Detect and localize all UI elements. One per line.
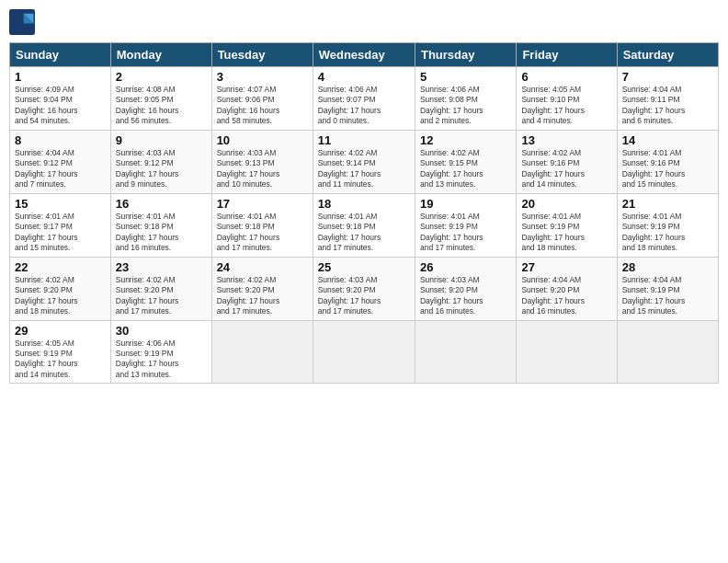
day-number: 29 — [15, 324, 106, 338]
calendar-cell: 24Sunrise: 4:02 AM Sunset: 9:20 PM Dayli… — [211, 257, 313, 320]
day-info: Sunrise: 4:01 AM Sunset: 9:16 PM Dayligh… — [622, 148, 713, 190]
calendar-week-2: 8Sunrise: 4:04 AM Sunset: 9:12 PM Daylig… — [10, 130, 719, 193]
calendar-cell — [517, 320, 617, 384]
logo — [9, 9, 37, 35]
day-info: Sunrise: 4:03 AM Sunset: 9:20 PM Dayligh… — [420, 275, 511, 317]
day-number: 26 — [420, 260, 511, 274]
logo-icon — [9, 9, 35, 35]
day-number: 16 — [116, 197, 207, 211]
day-info: Sunrise: 4:04 AM Sunset: 9:19 PM Dayligh… — [622, 275, 713, 317]
calendar-cell: 25Sunrise: 4:03 AM Sunset: 9:20 PM Dayli… — [313, 257, 415, 320]
day-info: Sunrise: 4:07 AM Sunset: 9:06 PM Dayligh… — [217, 85, 308, 127]
day-number: 24 — [217, 260, 308, 274]
day-info: Sunrise: 4:02 AM Sunset: 9:15 PM Dayligh… — [420, 148, 511, 190]
calendar-cell — [415, 320, 516, 384]
calendar-cell: 17Sunrise: 4:01 AM Sunset: 9:18 PM Dayli… — [211, 193, 313, 257]
day-header-wednesday: Wednesday — [313, 43, 415, 67]
day-info: Sunrise: 4:01 AM Sunset: 9:19 PM Dayligh… — [420, 212, 511, 254]
calendar-cell: 6Sunrise: 4:05 AM Sunset: 9:10 PM Daylig… — [517, 67, 617, 131]
day-header-thursday: Thursday — [415, 43, 516, 67]
day-info: Sunrise: 4:02 AM Sunset: 9:16 PM Dayligh… — [521, 148, 611, 190]
day-info: Sunrise: 4:06 AM Sunset: 9:19 PM Dayligh… — [116, 339, 207, 381]
day-info: Sunrise: 4:01 AM Sunset: 9:17 PM Dayligh… — [15, 212, 106, 254]
calendar-cell: 2Sunrise: 4:08 AM Sunset: 9:05 PM Daylig… — [110, 67, 211, 131]
calendar-week-5: 29Sunrise: 4:05 AM Sunset: 9:19 PM Dayli… — [10, 320, 719, 384]
calendar-cell — [211, 320, 313, 384]
day-info: Sunrise: 4:04 AM Sunset: 9:11 PM Dayligh… — [622, 85, 713, 127]
day-info: Sunrise: 4:06 AM Sunset: 9:07 PM Dayligh… — [318, 85, 410, 127]
day-info: Sunrise: 4:05 AM Sunset: 9:10 PM Dayligh… — [521, 85, 611, 127]
day-info: Sunrise: 4:01 AM Sunset: 9:18 PM Dayligh… — [116, 212, 207, 254]
calendar-cell: 28Sunrise: 4:04 AM Sunset: 9:19 PM Dayli… — [617, 257, 718, 320]
calendar-cell: 1Sunrise: 4:09 AM Sunset: 9:04 PM Daylig… — [10, 67, 111, 131]
day-number: 3 — [217, 70, 308, 84]
calendar-cell: 20Sunrise: 4:01 AM Sunset: 9:19 PM Dayli… — [517, 193, 617, 257]
day-header-friday: Friday — [517, 43, 617, 67]
day-info: Sunrise: 4:04 AM Sunset: 9:12 PM Dayligh… — [15, 148, 106, 190]
day-number: 14 — [622, 133, 713, 147]
day-number: 5 — [420, 70, 511, 84]
calendar-cell: 30Sunrise: 4:06 AM Sunset: 9:19 PM Dayli… — [110, 320, 211, 384]
day-number: 10 — [217, 133, 308, 147]
calendar-cell: 23Sunrise: 4:02 AM Sunset: 9:20 PM Dayli… — [110, 257, 211, 320]
calendar-cell: 9Sunrise: 4:03 AM Sunset: 9:12 PM Daylig… — [110, 130, 211, 193]
calendar-cell — [313, 320, 415, 384]
day-number: 15 — [15, 197, 106, 211]
calendar-header-row: SundayMondayTuesdayWednesdayThursdayFrid… — [10, 43, 719, 67]
day-info: Sunrise: 4:01 AM Sunset: 9:18 PM Dayligh… — [318, 212, 410, 254]
calendar: SundayMondayTuesdayWednesdayThursdayFrid… — [9, 42, 719, 384]
calendar-cell: 15Sunrise: 4:01 AM Sunset: 9:17 PM Dayli… — [10, 193, 111, 257]
day-info: Sunrise: 4:08 AM Sunset: 9:05 PM Dayligh… — [116, 85, 207, 127]
day-header-sunday: Sunday — [10, 43, 111, 67]
calendar-week-3: 15Sunrise: 4:01 AM Sunset: 9:17 PM Dayli… — [10, 193, 719, 257]
day-number: 22 — [15, 260, 106, 274]
calendar-cell: 26Sunrise: 4:03 AM Sunset: 9:20 PM Dayli… — [415, 257, 516, 320]
day-number: 21 — [622, 197, 713, 211]
day-number: 27 — [521, 260, 611, 274]
day-header-tuesday: Tuesday — [211, 43, 313, 67]
calendar-cell: 16Sunrise: 4:01 AM Sunset: 9:18 PM Dayli… — [110, 193, 211, 257]
day-info: Sunrise: 4:02 AM Sunset: 9:20 PM Dayligh… — [217, 275, 308, 317]
day-number: 13 — [521, 133, 611, 147]
day-number: 2 — [116, 70, 207, 84]
day-number: 4 — [318, 70, 410, 84]
day-number: 28 — [622, 260, 713, 274]
calendar-cell: 19Sunrise: 4:01 AM Sunset: 9:19 PM Dayli… — [415, 193, 516, 257]
day-header-saturday: Saturday — [617, 43, 718, 67]
day-number: 12 — [420, 133, 511, 147]
calendar-cell: 27Sunrise: 4:04 AM Sunset: 9:20 PM Dayli… — [517, 257, 617, 320]
page-header — [9, 9, 719, 35]
day-number: 6 — [521, 70, 611, 84]
calendar-cell: 7Sunrise: 4:04 AM Sunset: 9:11 PM Daylig… — [617, 67, 718, 131]
calendar-cell: 22Sunrise: 4:02 AM Sunset: 9:20 PM Dayli… — [10, 257, 111, 320]
day-number: 1 — [15, 70, 106, 84]
calendar-cell: 14Sunrise: 4:01 AM Sunset: 9:16 PM Dayli… — [617, 130, 718, 193]
calendar-cell: 21Sunrise: 4:01 AM Sunset: 9:19 PM Dayli… — [617, 193, 718, 257]
day-number: 8 — [15, 133, 106, 147]
day-number: 30 — [116, 324, 207, 338]
calendar-cell: 12Sunrise: 4:02 AM Sunset: 9:15 PM Dayli… — [415, 130, 516, 193]
calendar-cell: 8Sunrise: 4:04 AM Sunset: 9:12 PM Daylig… — [10, 130, 111, 193]
day-info: Sunrise: 4:01 AM Sunset: 9:18 PM Dayligh… — [217, 212, 308, 254]
day-number: 19 — [420, 197, 511, 211]
calendar-week-4: 22Sunrise: 4:02 AM Sunset: 9:20 PM Dayli… — [10, 257, 719, 320]
day-info: Sunrise: 4:03 AM Sunset: 9:20 PM Dayligh… — [318, 275, 410, 317]
day-header-monday: Monday — [110, 43, 211, 67]
day-number: 7 — [622, 70, 713, 84]
day-number: 11 — [318, 133, 410, 147]
day-info: Sunrise: 4:02 AM Sunset: 9:14 PM Dayligh… — [318, 148, 410, 190]
day-number: 25 — [318, 260, 410, 274]
calendar-cell: 5Sunrise: 4:06 AM Sunset: 9:08 PM Daylig… — [415, 67, 516, 131]
calendar-cell: 10Sunrise: 4:03 AM Sunset: 9:13 PM Dayli… — [211, 130, 313, 193]
day-number: 9 — [116, 133, 207, 147]
day-info: Sunrise: 4:01 AM Sunset: 9:19 PM Dayligh… — [521, 212, 611, 254]
calendar-cell: 4Sunrise: 4:06 AM Sunset: 9:07 PM Daylig… — [313, 67, 415, 131]
day-number: 17 — [217, 197, 308, 211]
day-info: Sunrise: 4:04 AM Sunset: 9:20 PM Dayligh… — [521, 275, 611, 317]
day-info: Sunrise: 4:02 AM Sunset: 9:20 PM Dayligh… — [116, 275, 207, 317]
day-number: 20 — [521, 197, 611, 211]
day-info: Sunrise: 4:05 AM Sunset: 9:19 PM Dayligh… — [15, 339, 106, 381]
day-info: Sunrise: 4:06 AM Sunset: 9:08 PM Dayligh… — [420, 85, 511, 127]
day-info: Sunrise: 4:02 AM Sunset: 9:20 PM Dayligh… — [15, 275, 106, 317]
calendar-cell — [617, 320, 718, 384]
